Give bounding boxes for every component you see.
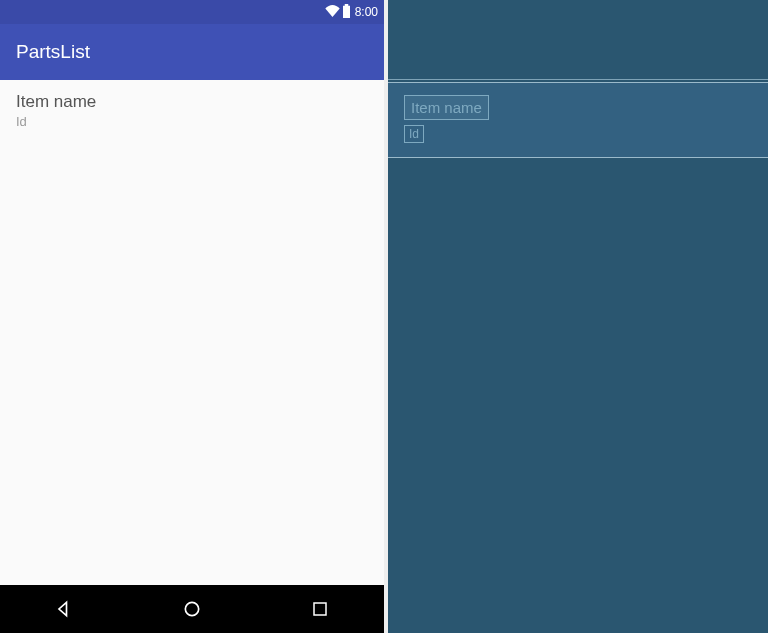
blueprint-item-id-box[interactable]: Id (404, 125, 424, 143)
list-item-id[interactable]: Id (16, 114, 368, 129)
blueprint-appbar-region (388, 0, 768, 80)
status-clock: 8:00 (355, 5, 378, 19)
app-title: PartsList (16, 41, 90, 63)
status-bar: 8:00 (0, 0, 384, 24)
list-item-name[interactable]: Item name (16, 92, 368, 112)
blueprint-list-item-region[interactable]: Item name Id (388, 82, 768, 158)
svg-point-0 (185, 602, 198, 615)
blueprint-panel: Item name Id (384, 0, 768, 633)
svg-rect-1 (314, 603, 326, 615)
blueprint-item-name-box[interactable]: Item name (404, 95, 489, 120)
list-content: Item name Id (0, 80, 384, 585)
wifi-icon (325, 5, 340, 20)
battery-icon (342, 4, 351, 21)
nav-home-button[interactable] (162, 585, 222, 633)
device-preview: 8:00 PartsList Item name Id (0, 0, 384, 633)
nav-back-button[interactable] (34, 585, 94, 633)
app-bar: PartsList (0, 24, 384, 80)
navigation-bar (0, 585, 384, 633)
nav-recent-button[interactable] (290, 585, 350, 633)
